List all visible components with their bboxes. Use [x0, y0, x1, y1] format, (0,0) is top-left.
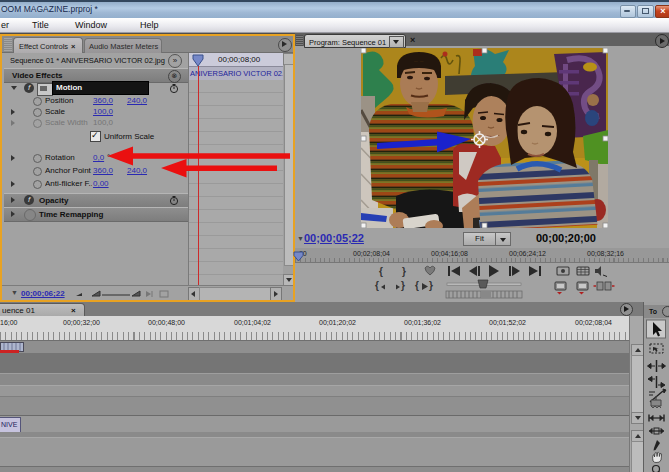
svg-text:{: { — [379, 266, 383, 277]
svg-text:{: { — [415, 280, 419, 291]
svg-text:}: } — [429, 280, 433, 291]
svg-text:{: { — [375, 280, 379, 291]
svg-text:}: } — [401, 280, 405, 291]
svg-text:}: } — [402, 266, 406, 277]
